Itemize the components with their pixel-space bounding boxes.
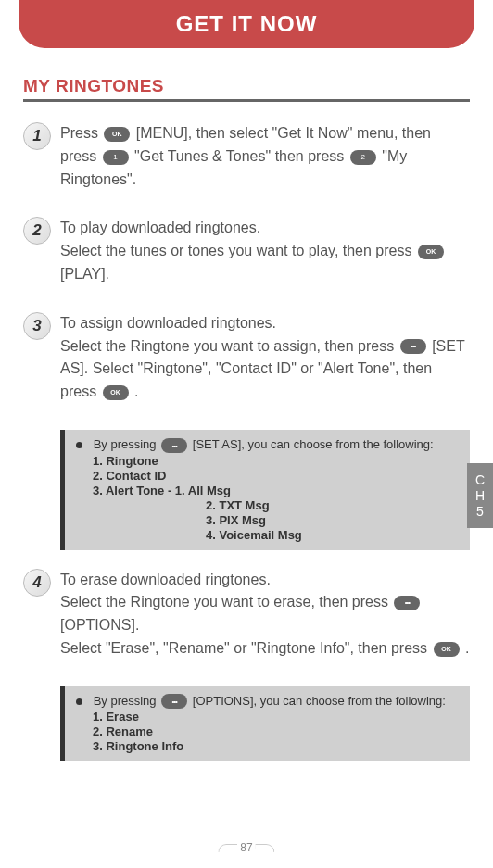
dots-key-icon xyxy=(161,694,187,709)
note-intro: By pressing [SET AS], you can choose fro… xyxy=(76,437,459,453)
note-item: 1. Erase xyxy=(76,710,459,723)
note-item: 2. Contact ID xyxy=(76,469,459,483)
chapter-side-tab: C H 5 xyxy=(467,463,493,528)
note-item: 3. Ringtone Info xyxy=(76,739,459,753)
dots-key-icon xyxy=(400,339,426,354)
header-tab: GET IT NOW xyxy=(19,0,474,48)
step-text: To erase downloaded ringtones. Select th… xyxy=(60,569,470,660)
text-part: Select "Erase", "Rename" or "Ringtone In… xyxy=(60,640,432,656)
text-part: Press xyxy=(60,125,102,141)
step-number: 4 xyxy=(23,569,51,597)
header-title: GET IT NOW xyxy=(176,11,318,36)
text-part: To assign downloaded ringtones. xyxy=(60,315,276,331)
step-3: 3 To assign downloaded ringtones. Select… xyxy=(23,312,470,404)
step-text: Press [MENU], then select "Get It Now" m… xyxy=(60,122,470,191)
dots-key-icon xyxy=(394,596,420,610)
text-part: Select the tunes or tones you want to pl… xyxy=(60,243,416,258)
note-item: 2. Rename xyxy=(76,724,459,738)
text-part: To play downloaded ringtones. xyxy=(60,220,260,235)
text-part: By pressing xyxy=(94,694,160,708)
step-number: 2 xyxy=(23,217,51,245)
note-box-setas: By pressing [SET AS], you can choose fro… xyxy=(60,430,470,550)
section-title: MY RINGTONES xyxy=(23,76,470,102)
side-tab-line: 5 xyxy=(467,504,493,520)
bullet-icon xyxy=(76,698,82,705)
text-part: Select the Ringtone you want to assign, … xyxy=(60,338,398,354)
text-part: . xyxy=(465,640,469,656)
side-tab-line: C xyxy=(467,472,493,488)
step-4: 4 To erase downloaded ringtones. Select … xyxy=(23,569,470,660)
note-box-options: By pressing [OPTIONS], you can choose fr… xyxy=(60,686,470,762)
dots-key-icon xyxy=(161,438,187,453)
text-part: [SET AS], you can choose from the follow… xyxy=(193,437,434,451)
text-part: [OPTIONS]. xyxy=(60,617,139,633)
ok-key-icon xyxy=(104,127,130,142)
bullet-icon xyxy=(76,442,82,448)
text-part: . xyxy=(134,384,138,399)
step-text: To play downloaded ringtones. Select the… xyxy=(60,217,470,285)
text-part: [OPTIONS], you can choose from the follo… xyxy=(193,694,446,708)
key-1-icon xyxy=(103,150,129,165)
note-subitem: 3. PIX Msg xyxy=(76,513,459,527)
step-1: 1 Press [MENU], then select "Get It Now"… xyxy=(23,122,470,191)
text-part: "Get Tunes & Tones" then press xyxy=(134,148,348,164)
step-2: 2 To play downloaded ringtones. Select t… xyxy=(23,217,470,285)
note-subitem: 2. TXT Msg xyxy=(76,498,459,512)
step-number: 3 xyxy=(23,312,51,340)
key-2-icon xyxy=(350,150,376,165)
side-tab-line: H xyxy=(467,488,493,504)
note-subitem: 4. Voicemail Msg xyxy=(76,528,459,542)
content-area: MY RINGTONES 1 Press [MENU], then select… xyxy=(0,48,493,761)
page-number: 87 xyxy=(215,841,277,854)
text-part: Select the Ringtone you want to erase, t… xyxy=(60,594,392,610)
text-part: By pressing xyxy=(94,437,160,451)
note-intro: By pressing [OPTIONS], you can choose fr… xyxy=(76,694,459,710)
note-item: 1. Ringtone xyxy=(76,454,459,468)
ok-key-icon xyxy=(434,642,460,657)
text-part: To erase downloaded ringtones. xyxy=(60,572,271,587)
note-item: 3. Alert Tone - 1. All Msg xyxy=(76,484,459,497)
ok-key-icon xyxy=(418,245,444,259)
step-number: 1 xyxy=(23,122,51,150)
ok-key-icon xyxy=(103,385,129,400)
step-text: To assign downloaded ringtones. Select t… xyxy=(60,312,470,404)
text-part: [PLAY]. xyxy=(60,266,109,282)
